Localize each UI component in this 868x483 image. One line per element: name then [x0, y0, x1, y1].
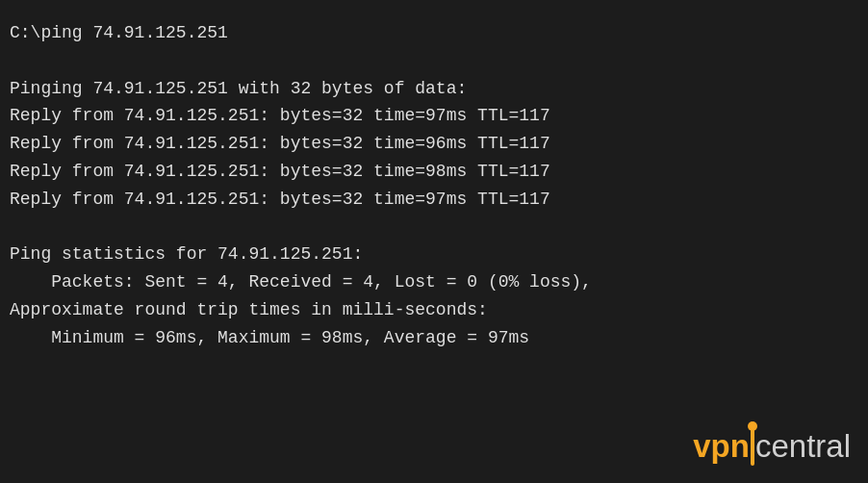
command-line: C:\ping 74.91.125.251: [10, 19, 858, 47]
brand-watermark: vpn central: [693, 427, 851, 466]
roundtrip-values: Minimum = 96ms, Maximum = 98ms, Average …: [10, 324, 858, 352]
brand-central-text: central: [755, 428, 851, 465]
empty-line-1: [10, 47, 858, 75]
reply-line-1: Reply from 74.91.125.251: bytes=32 time=…: [10, 102, 858, 130]
packets-line: Packets: Sent = 4, Received = 4, Lost = …: [10, 268, 858, 296]
reply-line-3: Reply from 74.91.125.251: bytes=32 time=…: [10, 158, 858, 186]
empty-line-2: [10, 214, 858, 242]
stats-header: Ping statistics for 74.91.125.251:: [10, 241, 858, 268]
pinging-line: Pinging 74.91.125.251 with 32 bytes of d…: [10, 75, 858, 103]
brand-vpn-text: vpn: [693, 428, 750, 465]
brand-divider-icon: [751, 427, 754, 466]
vpncentral-logo: vpn central: [693, 427, 851, 466]
reply-line-2: Reply from 74.91.125.251: bytes=32 time=…: [10, 130, 858, 158]
roundtrip-header: Approximate round trip times in milli-se…: [10, 296, 858, 324]
reply-line-4: Reply from 74.91.125.251: bytes=32 time=…: [10, 186, 858, 214]
terminal-window: C:\ping 74.91.125.251 Pinging 74.91.125.…: [0, 0, 868, 483]
